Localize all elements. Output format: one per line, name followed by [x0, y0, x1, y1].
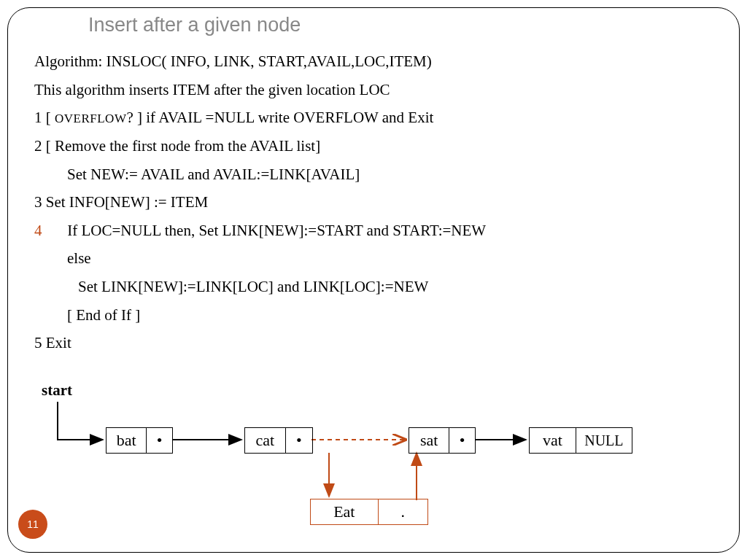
- algo-desc: This algorithm inserts ITEM after the gi…: [34, 77, 720, 103]
- algo-step2: 2 [ Remove the first node from the AVAIL…: [34, 133, 720, 159]
- node-cat: cat •: [244, 427, 313, 454]
- node-cat-info: cat: [245, 428, 285, 453]
- algo-step3: 3 Set INFO[NEW] := ITEM: [34, 190, 720, 215]
- node-bat: bat •: [106, 427, 173, 454]
- algo-step5: 5 Exit: [34, 330, 720, 356]
- algo-step4-else: else: [34, 246, 720, 271]
- node-vat: vat NULL: [529, 427, 632, 454]
- node-bat-info: bat: [107, 428, 146, 453]
- node-vat-info: vat: [530, 428, 576, 453]
- node-sat-info: sat: [409, 428, 449, 453]
- step4-num: 4: [34, 218, 47, 244]
- node-sat: sat •: [409, 427, 476, 454]
- algo-step2-set: Set NEW:= AVAIL and AVAIL:=LINK[AVAIL]: [34, 162, 720, 187]
- node-vat-link: NULL: [576, 428, 632, 453]
- step1-prefix: 1 [: [34, 109, 55, 126]
- slide-frame: Insert after a given node Algorithm: INS…: [7, 7, 740, 553]
- algo-step4: 4 If LOC=NULL then, Set LINK[NEW]:=START…: [34, 218, 720, 244]
- algo-step1: 1 [ OVERFLOW? ] if AVAIL =NULL write OVE…: [34, 105, 720, 131]
- algo-step4-end: [ End of If ]: [34, 303, 720, 328]
- node-sat-link: •: [449, 428, 475, 453]
- algo-header: Algorithm: INSLOC( INFO, LINK, START,AVA…: [34, 49, 720, 74]
- linked-list-diagram: bat • cat • sat • vat NULL Eat .: [8, 394, 738, 548]
- algo-step4-set: Set LINK[NEW]:=LINK[LOC] and LINK[LOC]:=…: [34, 274, 720, 300]
- node-eat: Eat .: [310, 499, 428, 525]
- step4-text: If LOC=NULL then, Set LINK[NEW]:=START a…: [51, 222, 486, 239]
- node-cat-link: •: [285, 428, 312, 453]
- algorithm-body: Algorithm: INSLOC( INFO, LINK, START,AVA…: [34, 49, 720, 359]
- node-eat-info: Eat: [311, 499, 378, 524]
- node-bat-link: •: [146, 428, 172, 453]
- slide-title: Insert after a given node: [88, 14, 301, 36]
- step1-overflow: OVERFLOW: [55, 112, 126, 125]
- page-number-badge: 11: [18, 510, 47, 539]
- step1-rest: ? ] if AVAIL =NULL write OVERFLOW and Ex…: [126, 109, 433, 126]
- node-eat-link: .: [378, 499, 427, 524]
